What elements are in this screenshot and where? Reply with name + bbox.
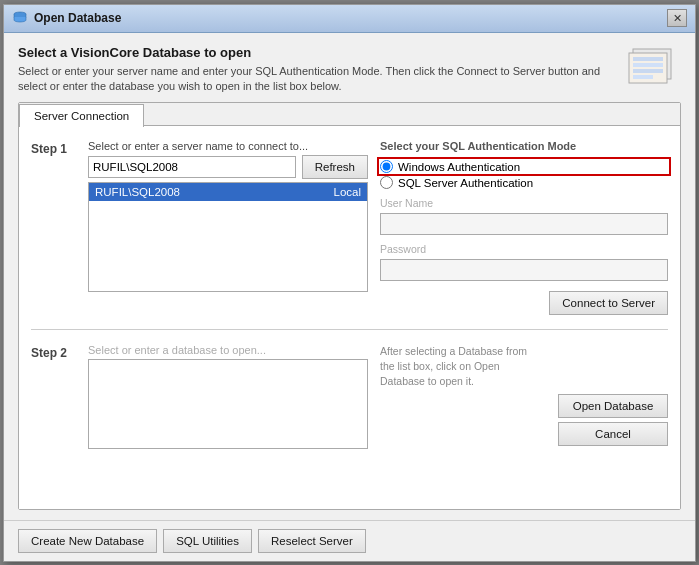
step1-left: Select or enter a server name to connect…	[88, 140, 368, 292]
password-label: Password	[380, 243, 668, 255]
username-input[interactable]	[380, 213, 668, 235]
server-list[interactable]: RUFIL\SQL2008 Local	[88, 182, 368, 292]
svg-rect-8	[633, 63, 663, 67]
step1-right: Select your SQL Authentication Mode Wind…	[380, 140, 668, 315]
header-text: Select a VisionCore Database to open Sel…	[18, 45, 617, 95]
svg-rect-7	[633, 57, 663, 61]
step2-left: Select or enter a database to open...	[88, 344, 368, 449]
divider	[31, 329, 668, 330]
list-item[interactable]: RUFIL\SQL2008 Local	[89, 183, 367, 201]
radio-group: Windows Authentication SQL Server Authen…	[380, 160, 668, 189]
refresh-button[interactable]: Refresh	[302, 155, 368, 179]
database-list[interactable]	[88, 359, 368, 449]
create-new-database-button[interactable]: Create New Database	[18, 529, 157, 553]
after-select-text: After selecting a Database from the list…	[380, 344, 540, 388]
step1-label: Step 1	[31, 140, 76, 315]
step2-right: After selecting a Database from the list…	[380, 344, 668, 449]
radio-windows-auth[interactable]: Windows Authentication	[380, 160, 668, 173]
open-database-window: Open Database ✕ Select a VisionCore Data…	[3, 4, 696, 562]
password-input[interactable]	[380, 259, 668, 281]
auth-label: Select your SQL Authentication Mode	[380, 140, 668, 152]
open-database-button[interactable]: Open Database	[558, 394, 668, 418]
tab-server-connection[interactable]: Server Connection	[19, 104, 144, 127]
connect-to-server-button[interactable]: Connect to Server	[549, 291, 668, 315]
database-icon	[627, 45, 681, 93]
header-description: Select or enter your server name and ent…	[18, 64, 617, 95]
radio-sql-auth[interactable]: SQL Server Authentication	[380, 176, 668, 189]
content-area: Select a VisionCore Database to open Sel…	[4, 33, 695, 520]
title-bar-text: Open Database	[12, 10, 121, 26]
reselect-server-button[interactable]: Reselect Server	[258, 529, 366, 553]
tab-container: Server Connection Step 1 Select or enter…	[18, 102, 681, 509]
step2-description: Select or enter a database to open...	[88, 344, 368, 356]
step2-row: Step 2 Select or enter a database to ope…	[31, 344, 668, 449]
svg-rect-10	[633, 75, 653, 79]
tab-body: Step 1 Select or enter a server name to …	[19, 126, 680, 508]
sql-utilities-button[interactable]: SQL Utilities	[163, 529, 252, 553]
tab-header: Server Connection	[19, 103, 680, 126]
title-bar: Open Database ✕	[4, 5, 695, 33]
server-input[interactable]	[88, 156, 296, 178]
step1-description: Select or enter a server name to connect…	[88, 140, 368, 152]
close-button[interactable]: ✕	[667, 9, 687, 27]
step1-row: Step 1 Select or enter a server name to …	[31, 140, 668, 315]
header-title: Select a VisionCore Database to open	[18, 45, 617, 60]
connect-btn-row: Connect to Server	[380, 291, 668, 315]
header-section: Select a VisionCore Database to open Sel…	[18, 45, 681, 95]
title-icon	[12, 10, 28, 26]
username-label: User Name	[380, 197, 668, 209]
open-cancel-buttons: Open Database Cancel	[380, 394, 668, 446]
bottom-bar: Create New Database SQL Utilities Resele…	[4, 520, 695, 561]
cancel-button[interactable]: Cancel	[558, 422, 668, 446]
step2-label: Step 2	[31, 344, 76, 449]
svg-rect-9	[633, 69, 663, 73]
